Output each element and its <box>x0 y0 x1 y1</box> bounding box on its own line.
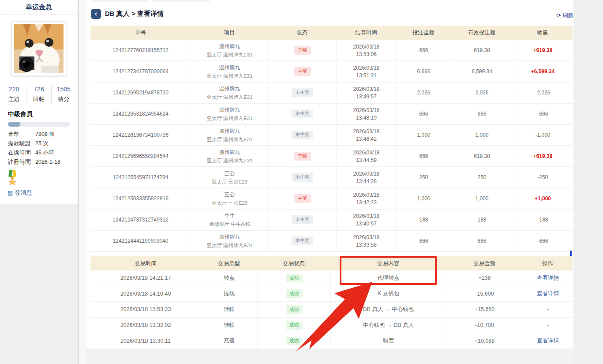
bet-result: -188 <box>513 210 573 230</box>
txn-table-body: 2026/03/18 14:21:17转点成功代理转点+238查看详情2026/… <box>90 270 573 349</box>
txn-status-wrap: 成功 <box>258 321 330 329</box>
bet-settle-time: 2026/03/1813:39:58 <box>336 231 396 251</box>
bet-valid-amount: 619.38 <box>451 146 513 166</box>
stat-replies-value: 726 <box>26 86 51 93</box>
txn-content: K 豆钱包 <box>330 286 446 302</box>
txn-amount: -15,600 <box>446 286 523 302</box>
bet-valid-amount: 1,000 <box>451 188 513 209</box>
txn-status-badge: 成功 <box>286 321 303 329</box>
bet-order-id: 1242125545971174784 <box>90 167 191 188</box>
txn-action: - <box>523 318 573 333</box>
bet-result: +619.38 <box>513 146 573 166</box>
bet-amount: 666 <box>396 104 451 124</box>
bet-game-name: 三公 <box>191 170 268 177</box>
bet-settle-date: 2026/03/18 <box>337 86 396 92</box>
bet-valid-amount: 666 <box>451 104 513 124</box>
bet-game: 温州牌九亚太厅 温州牌九E31 <box>191 231 268 251</box>
back-button[interactable]: ‹ <box>91 9 101 19</box>
txn-status-badge: 成功 <box>286 305 303 314</box>
txn-status-wrap: 成功 <box>258 274 330 282</box>
bet-table-row: 1242127760219155712温州牌九亚太厅 温州牌九E31中奖2026… <box>90 40 573 61</box>
bet-game: 温州牌九亚太厅 温州牌九E31 <box>191 146 268 166</box>
profile-info-row: 提款驗證25 次 <box>8 139 74 148</box>
bet-status-wrap: 未中奖 <box>269 109 336 118</box>
txn-table-row: 2026/03/18 13:32:02转帐成功中心钱包 → DB 真人-10,7… <box>90 318 573 334</box>
txn-time: 2026/03/18 13:30:11 <box>90 333 201 349</box>
stat-topics-value: 220 <box>2 86 26 93</box>
view-details-link[interactable]: 查看详情 <box>523 290 573 297</box>
bet-status-wrap: 中奖 <box>269 46 336 54</box>
bet-result: +1,000 <box>513 188 573 209</box>
stat-replies[interactable]: 726 回帖 <box>26 85 51 104</box>
bet-order-id: 1242126952194878720 <box>90 83 191 103</box>
bet-status-badge: 未中奖 <box>292 109 313 118</box>
txn-amount: +10,088 <box>446 333 523 349</box>
bet-status-wrap: 未中奖 <box>269 88 336 97</box>
bet-valid-amount: 1,000 <box>451 125 513 145</box>
bet-settle-time: 2026/03/1813:51:31 <box>336 61 396 82</box>
bet-game-name: 温州牌九 <box>191 233 268 241</box>
bet-game-name: 温州牌九 <box>191 128 268 135</box>
bet-table-row: 1242127341787000064温州牌九亚太厅 温州牌九E31中奖2026… <box>90 61 573 83</box>
bet-status-wrap: 未中奖 <box>269 131 336 139</box>
info-value: 2026-1-18 <box>35 158 60 167</box>
avatar[interactable] <box>11 21 66 76</box>
bet-col-header: 结算时间 <box>336 29 396 37</box>
stat-replies-label: 回帖 <box>26 95 51 103</box>
bet-col-header: 有效投注额 <box>451 29 513 37</box>
txn-action-none: - <box>523 322 573 328</box>
txn-table-header: 交易时间交易类型交易状态交易内容交易金额操作 <box>90 256 573 271</box>
bet-table-row: 1242125033355922816三公亚太厅 三公E29中奖2026/03/… <box>90 188 573 210</box>
bet-game: 温州牌九亚太厅 温州牌九E31 <box>191 61 268 82</box>
send-message-link[interactable]: ⊠ 發消息 <box>7 189 32 197</box>
top-tab-remnant <box>152 0 210 2</box>
bet-game-room: 亚太厅 温州牌九E31 <box>191 158 268 164</box>
bet-status-badge: 未中奖 <box>292 236 313 245</box>
bet-amount: 666 <box>396 231 451 251</box>
stat-topics[interactable]: 220 主題 <box>2 85 26 104</box>
refresh-icon: ⟳ <box>556 12 561 19</box>
txn-time: 2026/03/18 14:21:17 <box>90 270 201 286</box>
page-footer-strip <box>86 349 573 364</box>
txn-table-row: 2026/03/18 13:53:23转帐成功DB 真人 → 中心钱包+15,6… <box>90 302 573 318</box>
bet-table-row: 1242125545971174784三公亚太厅 三公E29未中奖2026/03… <box>90 167 573 188</box>
bet-result-value: +619.38 <box>513 47 573 53</box>
bet-status-wrap: 未中奖 <box>269 173 336 181</box>
txn-amount: +238 <box>446 270 523 286</box>
bet-result: -250 <box>513 167 573 188</box>
stat-points[interactable]: 1505 積分 <box>52 85 76 104</box>
bet-valid-amount: 188 <box>451 210 513 230</box>
txn-action: - <box>523 302 573 317</box>
bet-status-wrap: 中奖 <box>269 67 336 75</box>
refresh-button[interactable]: ⟳ 刷新 <box>556 12 573 19</box>
bet-settle-time: 2026/03/1813:44:28 <box>336 167 396 188</box>
bet-status-badge: 中奖 <box>294 67 311 75</box>
bet-settle-clock: 13:42:23 <box>337 199 396 206</box>
profile-info-row: 金幣7809 個 <box>8 130 74 139</box>
bet-game: 温州牌九亚太厅 温州牌九E31 <box>191 125 268 145</box>
txn-type: 转帐 <box>201 302 257 317</box>
bet-settle-date: 2026/03/18 <box>337 234 396 240</box>
view-details-link[interactable]: 查看详情 <box>523 274 573 282</box>
bet-status: 未中奖 <box>268 125 336 145</box>
bet-game-name: 温州牌九 <box>191 106 268 114</box>
bet-settle-time: 2026/03/1813:44:59 <box>336 146 396 166</box>
txn-action: 查看详情 <box>523 286 573 302</box>
view-details-link[interactable]: 查看详情 <box>523 337 573 345</box>
bet-status-badge: 未中奖 <box>292 215 313 224</box>
send-message-label: 發消息 <box>15 189 32 197</box>
bet-status: 未中奖 <box>268 231 336 251</box>
bet-settle-clock: 13:53:06 <box>337 51 396 57</box>
bet-settle-clock: 13:40:57 <box>337 221 396 227</box>
profile-info-list: 金幣7809 個提款驗證25 次在線時間46 小時註冊時間2026-1-18 <box>8 130 74 167</box>
bet-game-name: 温州牌九 <box>191 64 268 71</box>
bet-game-name: 温州牌九 <box>191 149 268 156</box>
info-value: 46 小時 <box>35 148 54 158</box>
txn-status-badge: 成功 <box>286 289 303 298</box>
bet-status: 中奖 <box>268 188 336 209</box>
cat-avatar-image <box>14 24 64 73</box>
bet-settle-time: 2026/03/1813:53:06 <box>336 40 396 60</box>
bet-settle-clock: 13:46:42 <box>337 136 396 142</box>
txn-type: 提现 <box>201 286 257 302</box>
bet-order-id: 1242127760219155712 <box>90 40 191 60</box>
